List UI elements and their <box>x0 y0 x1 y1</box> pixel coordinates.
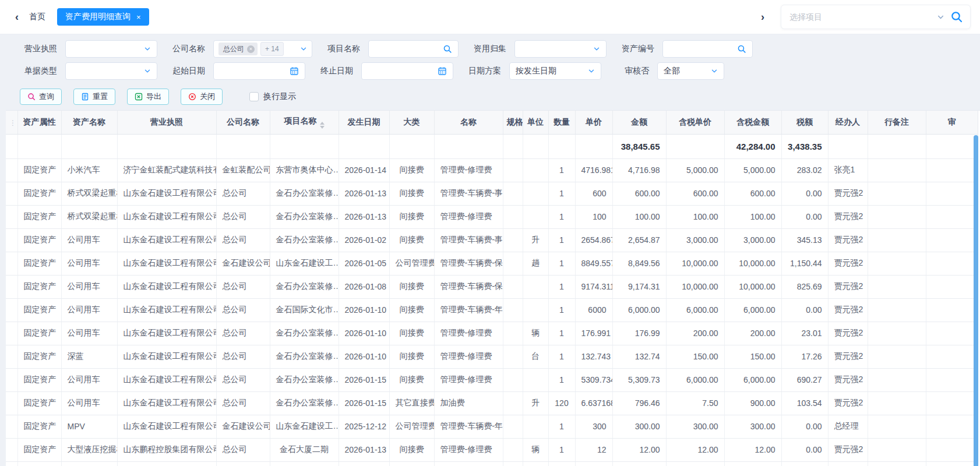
cell-含税金额: 3,000.00 <box>724 228 781 252</box>
table-row[interactable]: 固定资产公司用车山东金石建设工程有限公司总公司金石办公室装修…2026-01-1… <box>6 368 978 391</box>
close-button[interactable]: 关闭 <box>181 89 223 105</box>
tab-home[interactable]: 首页 <box>29 12 45 22</box>
cell-营业执照: 山东金石建设工程有限公司 <box>117 368 216 391</box>
table-row[interactable]: 固定资产公司用车山东金石建设工程有限公司总公司金石办公室装修…2026-01-1… <box>6 391 978 415</box>
cell-规格 <box>503 228 523 252</box>
query-button[interactable]: 查询 <box>20 89 62 105</box>
cell-经办人: 贾元强2 <box>828 298 868 322</box>
date-scheme-select[interactable]: 按发生日期 <box>509 62 601 80</box>
cell-税额: 825.69 <box>781 275 828 298</box>
table-row[interactable]: 固定资产桥式双梁起重机山东金石建设工程有限公司总公司金石办公室装修…2026-0… <box>6 205 978 228</box>
cell-经办人: 贾元强2 <box>828 345 868 368</box>
tab-label: 资产费用明细查询 <box>65 12 131 22</box>
wrap-display-label: 换行显示 <box>263 91 296 102</box>
cell-项目名称: 金石办公室装修… <box>270 182 339 205</box>
sort-icon[interactable] <box>320 122 325 129</box>
search-icon[interactable] <box>737 44 746 54</box>
search-icon <box>27 93 36 101</box>
cell-审 <box>926 345 978 368</box>
calendar-icon[interactable] <box>438 66 447 76</box>
cell-含税单价 <box>666 461 724 466</box>
cell-资产属性: 固定资产 <box>17 252 61 275</box>
filter-expense-collection: 资用归集 <box>469 40 607 58</box>
cell-公司名称: 总公司 <box>216 345 270 368</box>
cell-单位 <box>523 134 548 158</box>
column-header-项目名称[interactable]: 项目名称 <box>270 111 339 134</box>
cell-含税金额: 900.00 <box>724 391 781 415</box>
filter-end-date: 终止日期 <box>316 62 453 80</box>
project-name-input[interactable] <box>368 40 459 58</box>
project-select-input[interactable] <box>788 12 931 22</box>
table-row[interactable]: 固定资产深蓝山东金石建设工程有限公司总公司金石办公室装修…2026-01-10间… <box>6 345 978 368</box>
company-name-multiselect[interactable]: 总公司 × + 14 <box>213 40 312 58</box>
end-date-input[interactable] <box>361 62 453 80</box>
audit-status-select[interactable]: 全部 <box>657 62 724 80</box>
table-row[interactable]: 固定资产桥式双梁起重机山东金石建设工程有限公司总公司金石办公室装修…2026-0… <box>6 182 978 205</box>
drag-handle-icon[interactable]: ⋮⋮ <box>6 111 17 134</box>
cell-经办人: 贾元强2 <box>828 205 868 228</box>
cell-项目名称: 金石办公室装修… <box>270 345 339 368</box>
export-button[interactable]: 导出 <box>127 89 169 105</box>
cell-资产属性: 固定资产 <box>17 298 61 322</box>
search-icon[interactable] <box>950 10 963 23</box>
cell-发生日期: 2026-01-13 <box>339 438 389 461</box>
cell-公司名称 <box>216 461 270 466</box>
cell-数量: 120 <box>548 391 575 415</box>
cell-资产属性: 固定资产 <box>17 438 61 461</box>
cell-发生日期: 2026-01-13 <box>339 205 389 228</box>
cell-审 <box>926 134 978 158</box>
cell-税额: 0.00 <box>781 182 828 205</box>
cell-行备注 <box>868 134 926 158</box>
table-row[interactable]: 固定资产公司用车山东金石建设工程有限公司总公司金石办公室装修…2026-01-1… <box>6 322 978 345</box>
table-row[interactable]: 固定资产大型液压挖掘机山东鹏程控股集团有限公司总公司金石大厦二期2026-01-… <box>6 438 978 461</box>
row-handle-cell <box>6 415 17 438</box>
cell-资产属性 <box>17 134 61 158</box>
table-row[interactable]: 固定资产公司用车山东金石建设工程有限公司总公司金石国际文化市…2026-01-1… <box>6 298 978 322</box>
table-row-partial <box>6 461 978 466</box>
chevron-down-icon[interactable] <box>937 13 944 21</box>
cell-大类: 间接费 <box>389 205 434 228</box>
business-license-select[interactable] <box>65 40 157 58</box>
cell-含税单价: 10,000.00 <box>666 275 724 298</box>
cell-金额: 600.00 <box>612 182 666 205</box>
tab-scroll-left-icon[interactable]: ‹ <box>9 11 24 23</box>
cell-行备注 <box>868 275 926 298</box>
document-icon <box>81 93 89 101</box>
cell-含税金额: 10,000.00 <box>724 275 781 298</box>
cell-规格 <box>503 368 523 391</box>
wrap-display-checkbox[interactable] <box>249 92 259 101</box>
cell-单位 <box>523 205 548 228</box>
cell-经办人: 贾元强2 <box>828 182 868 205</box>
reset-button[interactable]: 重置 <box>73 89 115 105</box>
cell-金额: 100.00 <box>612 205 666 228</box>
table-row[interactable]: 固定资产公司用车山东金石建设工程有限公司总公司金石办公室装修…2026-01-0… <box>6 228 978 252</box>
vertical-scrollbar[interactable] <box>974 135 978 466</box>
table-row[interactable]: 固定资产公司用车山东金石建设工程有限公司金石建设公司山东金石建设工…2026-0… <box>6 252 978 275</box>
calendar-icon[interactable] <box>290 66 299 76</box>
cell-含税金额: 6,000.00 <box>724 298 781 322</box>
cell-行备注 <box>868 252 926 275</box>
doc-type-select[interactable] <box>65 62 157 80</box>
tag-close-icon[interactable]: × <box>247 45 255 53</box>
asset-code-input[interactable] <box>662 40 753 58</box>
cell-大类: 间接费 <box>389 275 434 298</box>
expense-collection-select[interactable] <box>514 40 607 58</box>
cell-资产属性 <box>17 461 61 466</box>
table-row[interactable]: 固定资产MPV山东金石建设工程有限公司金石建设公司山东金石建设工…2025-12… <box>6 415 978 438</box>
column-header-资产名称: 资产名称 <box>61 111 117 134</box>
column-header-审: 审 <box>926 111 978 134</box>
cell-资产属性: 固定资产 <box>17 415 61 438</box>
cell-单价: 6.637168 <box>575 391 612 415</box>
cell-单价: 8849.557 <box>575 252 612 275</box>
project-select[interactable] <box>781 5 971 29</box>
table-row[interactable]: 固定资产小米汽车济宁金虹装配式建筑科技有金虹装配公司东营市奥体中心…2026-0… <box>6 158 978 182</box>
table-row[interactable]: 固定资产公司用车山东金石建设工程有限公司总公司金石办公室装修…2026-01-0… <box>6 275 978 298</box>
tab-scroll-right-icon[interactable]: › <box>755 11 770 23</box>
cell-税额: 0.00 <box>781 438 828 461</box>
cell-营业执照: 山东金石建设工程有限公司 <box>117 415 216 438</box>
start-date-input[interactable] <box>213 62 305 80</box>
tab-close-icon[interactable]: × <box>136 13 141 21</box>
filter-company-name: 公司名称 总公司 × + 14 <box>168 40 312 58</box>
tab-asset-expense-query[interactable]: 资产费用明细查询 × <box>57 8 149 26</box>
search-icon[interactable] <box>443 44 452 54</box>
